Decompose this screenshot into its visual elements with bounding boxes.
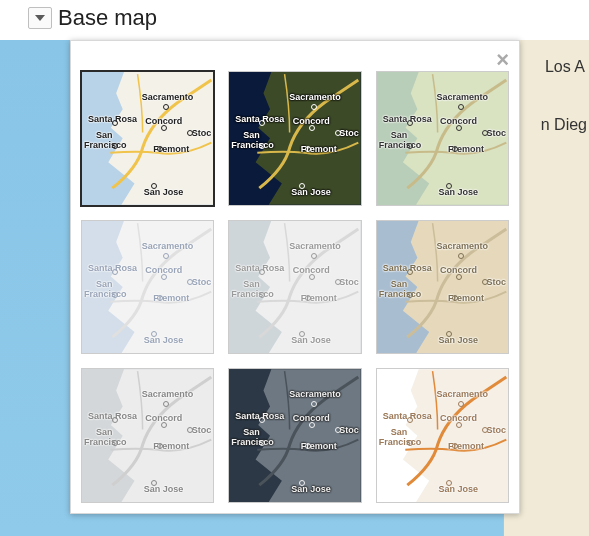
dot-sacramento [311, 401, 317, 407]
label-francisco: Francisco [379, 437, 422, 447]
dot-concord [161, 274, 167, 280]
label-francisco: Francisco [231, 437, 274, 447]
label-san: San [96, 130, 113, 140]
label-sacramento: Sacramento [289, 389, 341, 399]
label-stockton: Stoc [339, 128, 359, 138]
dot-santa-rosa [112, 269, 118, 275]
dot-san-jose [151, 183, 157, 189]
basemap-grid: SacramentoSanta RosaConcordStocSanFranci… [81, 71, 509, 503]
label-stockton: Stoc [339, 277, 359, 287]
basemap-option-light-tan[interactable]: SacramentoSanta RosaConcordStocSanFranci… [376, 220, 509, 355]
dot-sacramento [458, 253, 464, 259]
label-stockton: Stoc [192, 277, 212, 287]
label-san-jose: San Jose [144, 335, 184, 345]
bg-label-sd: n Dieg [541, 116, 587, 134]
dot-concord [309, 125, 315, 131]
dot-san-jose [299, 183, 305, 189]
label-san: San [96, 279, 113, 289]
basemap-option-retro[interactable]: SacramentoSanta RosaConcordStocSanFranci… [376, 368, 509, 503]
dropdown-toggle[interactable] [28, 7, 52, 29]
label-francisco: Francisco [231, 140, 274, 150]
label-stockton: Stoc [486, 128, 506, 138]
label-san: San [243, 279, 260, 289]
dot-sacramento [163, 253, 169, 259]
label-san-jose: San Jose [438, 484, 478, 494]
dot-san-jose [299, 331, 305, 337]
label-francisco: Francisco [231, 289, 274, 299]
dot-stockton [335, 279, 341, 285]
dot-concord [456, 125, 462, 131]
panel-header: Base map [0, 0, 589, 32]
basemap-option-dark[interactable]: SacramentoSanta RosaConcordStocSanFranci… [228, 368, 361, 503]
label-sacramento: Sacramento [142, 241, 194, 251]
dot-fremont [305, 443, 311, 449]
dot-san-jose [299, 480, 305, 486]
basemap-popover: × SacramentoSanta RosaConcordStocSanFran… [70, 40, 520, 514]
dot-sf [112, 143, 118, 149]
dot-concord [309, 422, 315, 428]
dot-stockton [187, 279, 193, 285]
chevron-down-icon [35, 15, 45, 21]
dot-fremont [157, 295, 163, 301]
basemap-option-light-gray[interactable]: SacramentoSanta RosaConcordStocSanFranci… [228, 220, 361, 355]
dot-sf [407, 292, 413, 298]
panel-title: Base map [58, 5, 157, 31]
label-san: San [391, 279, 408, 289]
dot-santa-rosa [112, 120, 118, 126]
label-san: San [96, 427, 113, 437]
dot-san-jose [446, 480, 452, 486]
label-francisco: Francisco [84, 437, 127, 447]
dot-fremont [452, 146, 458, 152]
dot-santa-rosa [259, 269, 265, 275]
label-stockton: Stoc [339, 425, 359, 435]
label-san: San [243, 427, 260, 437]
label-sacramento: Sacramento [142, 389, 194, 399]
basemap-option-satellite[interactable]: SacramentoSanta RosaConcordStocSanFranci… [228, 71, 361, 206]
label-sacramento: Sacramento [142, 92, 194, 102]
dot-santa-rosa [407, 417, 413, 423]
dot-san-jose [446, 183, 452, 189]
dot-fremont [305, 295, 311, 301]
dot-sacramento [458, 104, 464, 110]
dot-santa-rosa [407, 120, 413, 126]
label-san: San [243, 130, 260, 140]
label-san-jose: San Jose [291, 484, 331, 494]
dot-stockton [335, 427, 341, 433]
dot-concord [456, 274, 462, 280]
label-stockton: Stoc [192, 128, 212, 138]
label-stockton: Stoc [486, 277, 506, 287]
label-san-jose: San Jose [144, 484, 184, 494]
label-san: San [391, 427, 408, 437]
label-san-jose: San Jose [291, 335, 331, 345]
basemap-option-default[interactable]: SacramentoSanta RosaConcordStocSanFranci… [81, 71, 214, 206]
close-icon[interactable]: × [496, 49, 509, 71]
label-francisco: Francisco [379, 140, 422, 150]
label-francisco: Francisco [379, 289, 422, 299]
dot-sacramento [311, 104, 317, 110]
dot-santa-rosa [407, 269, 413, 275]
dot-concord [309, 274, 315, 280]
dot-fremont [305, 146, 311, 152]
label-sacramento: Sacramento [436, 241, 488, 251]
basemap-option-silver[interactable]: SacramentoSanta RosaConcordStocSanFranci… [81, 368, 214, 503]
label-sacramento: Sacramento [436, 389, 488, 399]
label-san: San [391, 130, 408, 140]
label-francisco: Francisco [84, 289, 127, 299]
label-san-jose: San Jose [291, 187, 331, 197]
basemap-option-terrain[interactable]: SacramentoSanta RosaConcordStocSanFranci… [376, 71, 509, 206]
dot-stockton [482, 130, 488, 136]
app-stage: Los A n Dieg Base map × SacramentoSanta … [0, 0, 589, 536]
label-stockton: Stoc [192, 425, 212, 435]
dot-fremont [452, 295, 458, 301]
dot-sf [259, 292, 265, 298]
label-san-jose: San Jose [438, 335, 478, 345]
basemap-option-light-blue[interactable]: SacramentoSanta RosaConcordStocSanFranci… [81, 220, 214, 355]
bg-label-la: Los A [545, 58, 585, 76]
label-sacramento: Sacramento [436, 92, 488, 102]
dot-sacramento [311, 253, 317, 259]
label-stockton: Stoc [486, 425, 506, 435]
label-san-jose: San Jose [438, 187, 478, 197]
label-sacramento: Sacramento [289, 92, 341, 102]
dot-stockton [482, 279, 488, 285]
label-sacramento: Sacramento [289, 241, 341, 251]
